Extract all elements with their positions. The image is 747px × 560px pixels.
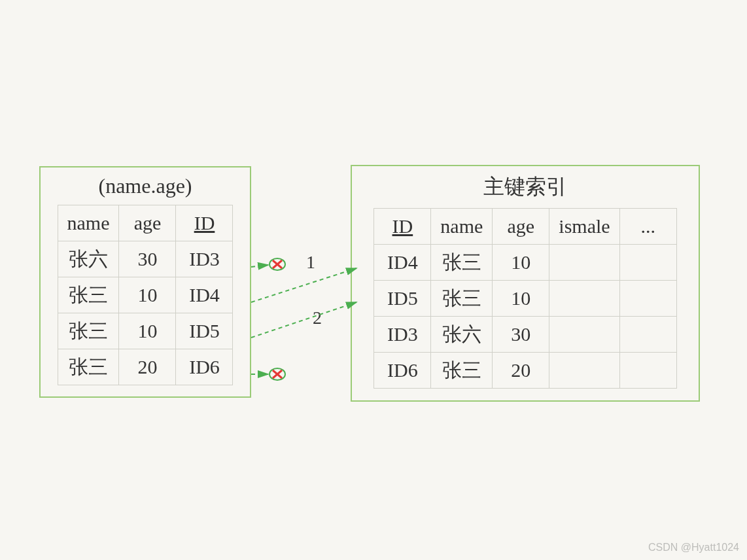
cell-age: 20 <box>119 349 176 385</box>
table-row: 张三 10 ID4 <box>58 277 233 313</box>
col-id: ID <box>374 209 431 245</box>
left-index-table: name age ID 张六 30 ID3 张三 10 ID4 张三 10 ID… <box>58 205 234 385</box>
cell-id: ID3 <box>176 241 233 277</box>
cell-age: 30 <box>119 241 176 277</box>
cell-name: 张三 <box>58 277 119 313</box>
col-age: age <box>119 205 176 241</box>
diagram-canvas: (name.age) name age ID 张六 30 ID3 张三 10 I… <box>0 0 747 560</box>
cell-ismale <box>549 353 619 389</box>
cell-more <box>619 281 676 317</box>
table-row: ID5 张三 10 <box>374 281 676 317</box>
table-header-row: ID name age ismale ... <box>374 209 676 245</box>
cell-id: ID5 <box>176 313 233 349</box>
table-row: ID3 张六 30 <box>374 317 676 353</box>
right-primary-key-box: 主键索引 ID name age ismale ... ID4 张三 10 ID… <box>351 165 700 402</box>
svg-line-1 <box>273 260 282 268</box>
cell-name: 张六 <box>58 241 119 277</box>
cell-age: 10 <box>493 281 549 317</box>
cell-ismale <box>549 245 619 281</box>
svg-line-4 <box>273 370 282 378</box>
cell-name: 张三 <box>58 313 119 349</box>
svg-point-3 <box>269 368 285 380</box>
cell-age: 20 <box>493 353 549 389</box>
cell-id: ID6 <box>176 349 233 385</box>
col-name: name <box>431 209 493 245</box>
cell-age: 30 <box>493 317 549 353</box>
table-row: ID4 张三 10 <box>374 245 676 281</box>
cell-name: 张六 <box>431 317 493 353</box>
reject-cross-icon <box>269 258 285 270</box>
svg-line-5 <box>273 370 282 378</box>
cell-id: ID5 <box>374 281 431 317</box>
table-row: 张六 30 ID3 <box>58 241 233 277</box>
watermark-text: CSDN @Hyatt1024 <box>648 542 739 553</box>
cell-more <box>619 353 676 389</box>
arrow-label-2: 2 <box>313 307 322 328</box>
col-name: name <box>58 205 119 241</box>
right-primary-key-table: ID name age ismale ... ID4 张三 10 ID5 张三 … <box>373 208 676 389</box>
cell-ismale <box>549 281 619 317</box>
svg-point-0 <box>269 258 285 270</box>
cell-id: ID6 <box>374 353 431 389</box>
lookup-arrow-1 <box>251 268 356 302</box>
cell-age: 10 <box>119 313 176 349</box>
left-index-box: (name.age) name age ID 张六 30 ID3 张三 10 I… <box>39 166 251 398</box>
cell-age: 10 <box>119 277 176 313</box>
cell-name: 张三 <box>431 281 493 317</box>
table-row: 张三 20 ID6 <box>58 349 233 385</box>
col-ismale: ismale <box>549 209 619 245</box>
cell-more <box>619 317 676 353</box>
cell-id: ID3 <box>374 317 431 353</box>
col-more: ... <box>619 209 676 245</box>
cell-name: 张三 <box>431 353 493 389</box>
cell-name: 张三 <box>58 349 119 385</box>
svg-line-2 <box>273 260 282 268</box>
cell-age: 10 <box>493 245 549 281</box>
cell-id: ID4 <box>176 277 233 313</box>
lookup-arrow-2 <box>251 302 356 338</box>
left-box-title: (name.age) <box>41 167 250 205</box>
cell-id: ID4 <box>374 245 431 281</box>
cell-more <box>619 245 676 281</box>
right-box-title: 主键索引 <box>352 166 699 208</box>
cell-ismale <box>549 317 619 353</box>
table-header-row: name age ID <box>58 205 233 241</box>
table-row: 张三 10 ID5 <box>58 313 233 349</box>
reject-cross-icon <box>269 368 285 380</box>
arrow-label-1: 1 <box>306 252 315 273</box>
col-age: age <box>493 209 549 245</box>
col-id: ID <box>176 205 233 241</box>
table-row: ID6 张三 20 <box>374 353 676 389</box>
reject-arrow-id3 <box>251 265 268 267</box>
cell-name: 张三 <box>431 245 493 281</box>
